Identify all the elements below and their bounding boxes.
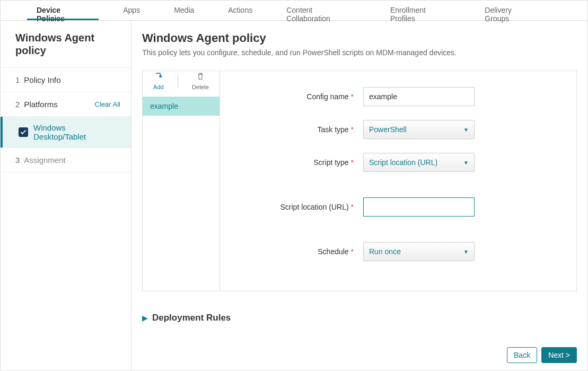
required-mark: * (351, 92, 354, 101)
select-value: Run once (369, 247, 401, 256)
required-mark: * (351, 203, 354, 211)
sidebar-title: Windows Agent policy (1, 21, 131, 68)
back-button[interactable]: Back (507, 347, 537, 363)
tab-apps[interactable]: Apps (113, 1, 150, 20)
step-assignment[interactable]: 3 Assignment (1, 148, 131, 172)
schedule-label: Schedule * (241, 247, 363, 256)
platform-label: Windows Desktop/Tablet (33, 123, 120, 141)
script-location-label: Script location (URL) * (241, 203, 363, 211)
step-label: Policy Info (24, 75, 120, 84)
task-type-label: Task type * (241, 125, 363, 134)
label-text: Schedule (318, 247, 348, 256)
schedule-select[interactable]: Run once ▼ (363, 242, 475, 261)
checkbox-checked-icon[interactable] (19, 127, 28, 137)
top-nav-tabs: Device Policies Apps Media Actions Conte… (1, 1, 587, 21)
tab-content-collaboration[interactable]: Content Collaboration (277, 1, 366, 20)
required-mark: * (351, 125, 354, 134)
tab-media[interactable]: Media (164, 1, 204, 20)
toolbar-separator (178, 74, 178, 88)
main-panel: Windows Agent policy This policy lets yo… (131, 21, 587, 370)
deployment-rules-label: Deployment Rules (152, 313, 231, 323)
footer-buttons: Back Next > (507, 347, 577, 363)
script-location-input[interactable] (363, 197, 475, 217)
step-label: Platforms (24, 100, 94, 109)
config-name-label: Config name * (241, 92, 363, 101)
config-left-column: Add Delete example (143, 71, 220, 291)
step-number: 3 (15, 156, 20, 165)
clear-all-link[interactable]: Clear All (95, 100, 120, 108)
script-type-select[interactable]: Script location (URL) ▼ (363, 153, 475, 172)
config-container: Add Delete example (142, 71, 577, 291)
step-policy-info[interactable]: 1 Policy Info (1, 68, 131, 92)
select-value: PowerShell (369, 125, 407, 134)
delete-button[interactable]: Delete (189, 71, 212, 91)
tab-actions[interactable]: Actions (218, 1, 262, 20)
config-list-item-example[interactable]: example (143, 97, 220, 116)
add-label: Add (153, 84, 164, 90)
required-mark: * (351, 158, 354, 167)
config-form: Config name * Task type * PowerShell ▼ (220, 71, 576, 291)
label-text: Config name (306, 92, 348, 101)
step-platforms[interactable]: 2 Platforms Clear All (1, 92, 131, 117)
required-mark: * (351, 247, 354, 256)
label-text: Task type (318, 125, 349, 134)
deployment-rules-toggle[interactable]: ▶ Deployment Rules (142, 313, 577, 323)
caret-right-icon: ▶ (142, 314, 148, 322)
page-description: This policy lets you configure, schedule… (142, 48, 577, 57)
add-icon (154, 72, 163, 84)
delete-label: Delete (192, 84, 209, 90)
config-name-input[interactable] (363, 87, 475, 106)
label-text: Script location (URL) (280, 203, 349, 211)
add-button[interactable]: Add (150, 71, 167, 91)
step-number: 1 (15, 75, 20, 84)
task-type-select[interactable]: PowerShell ▼ (363, 120, 475, 139)
next-button[interactable]: Next > (541, 347, 577, 363)
step-label: Assignment (24, 156, 120, 165)
tab-delivery-groups[interactable]: Delivery Groups (475, 1, 546, 20)
chevron-down-icon: ▼ (463, 160, 469, 166)
script-type-label: Script type * (241, 158, 363, 167)
chevron-down-icon: ▼ (463, 127, 469, 133)
page-title: Windows Agent policy (142, 31, 577, 45)
chevron-down-icon: ▼ (463, 249, 469, 255)
tab-enrollment-profiles[interactable]: Enrollment Profiles (381, 1, 460, 20)
tab-device-policies[interactable]: Device Policies (27, 1, 99, 20)
platform-windows-desktop-tablet[interactable]: Windows Desktop/Tablet (1, 117, 131, 148)
label-text: Script type (314, 158, 349, 167)
config-toolbar: Add Delete (143, 71, 220, 91)
trash-icon (196, 72, 205, 84)
left-sidebar: Windows Agent policy 1 Policy Info 2 Pla… (1, 21, 131, 370)
select-value: Script location (URL) (369, 158, 437, 167)
config-list: example (143, 97, 220, 116)
step-number: 2 (15, 100, 20, 109)
